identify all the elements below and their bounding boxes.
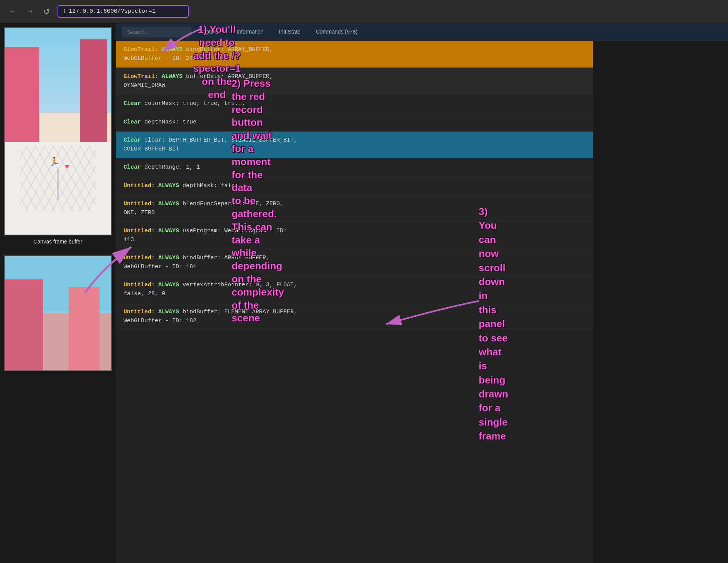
cmd-method-3: colorMask: true, true, tru...: [144, 100, 245, 107]
cmd-method-12: bindBuffer: ELEMENT_ARRAY_BUFFER,: [183, 309, 297, 315]
tab-captures[interactable]: Captures: [191, 25, 229, 39]
tab-bar: Captures Information Init State Commands…: [116, 23, 593, 41]
game-preview-canvas: 🏃 🔻: [4, 27, 112, 235]
command-5[interactable]: Clear clear: DEPTH_BUFFER_BIT, STENCIL_B…: [116, 132, 593, 159]
character-2: 🔻: [63, 162, 71, 171]
left-sidebar: 🏃 🔻 Canvas frame buffer: [0, 23, 116, 563]
cmd-params-9: 113: [124, 237, 134, 243]
cmd-qualifier-11: ALWAYS: [158, 282, 183, 288]
command-3[interactable]: Clear colorMask: true, true, tru...: [116, 95, 593, 113]
cmd-qualifier-10: ALWAYS: [158, 255, 183, 261]
cmd-method-10: bindBuffer: ARRAY_BUFFER,: [183, 255, 269, 261]
info-icon: ℹ: [64, 8, 66, 15]
cmd-name-9: Untitled:: [124, 228, 155, 234]
cmd-qualifier-9: ALWAYS: [158, 228, 183, 234]
forward-button[interactable]: →: [23, 5, 37, 17]
command-6[interactable]: Clear depthRange: 1, 1: [116, 159, 593, 177]
cmd-name-1: GlowTrail:: [124, 46, 158, 53]
cmd-params-11: false, 28, 0: [124, 291, 165, 297]
tab-commands[interactable]: Commands (978): [308, 25, 365, 39]
spector-panel: Captures Information Init State Commands…: [116, 23, 593, 563]
cmd-qualifier-7: ALWAYS: [158, 183, 183, 189]
building-right: [69, 287, 100, 371]
cmd-params-8: ONE, ZERO: [124, 210, 155, 216]
cmd-method-4: depthMask: true: [144, 119, 196, 125]
cmd-name-12: Untitled:: [124, 309, 155, 315]
command-1[interactable]: GlowTrail: ALWAYS bindBuffer: ARRAY_BUFF…: [116, 41, 593, 68]
cmd-name-6: Clear: [124, 164, 144, 171]
main-layout: 🏃 🔻 Canvas frame buffer Captures: [0, 23, 728, 563]
back-button[interactable]: ←: [6, 5, 20, 17]
cmd-params-12: WebGLBuffer - ID: 182: [124, 318, 196, 324]
command-10[interactable]: Untitled: ALWAYS bindBuffer: ARRAY_BUFFE…: [116, 249, 593, 276]
canvas-label: Canvas frame buffer: [0, 235, 116, 248]
command-2[interactable]: GlowTrail: ALWAYS bufferData: ARRAY_BUFF…: [116, 68, 593, 95]
tab-init-state[interactable]: Init State: [271, 25, 308, 39]
tab-information[interactable]: Information: [229, 25, 271, 39]
command-8[interactable]: Untitled: ALWAYS blendFuncSeparate: ONE,…: [116, 195, 593, 222]
url-text: 127.0.0.1:8000/?spector=1: [69, 8, 156, 15]
cmd-name-4: Clear: [124, 119, 144, 125]
cmd-method-5: clear: DEPTH_BUFFER_BIT, STENCIL_BUFFER_…: [144, 137, 297, 144]
command-4[interactable]: Clear depthMask: true: [116, 113, 593, 132]
game-preview-canvas-2: [4, 255, 112, 371]
nav-buttons: ← → ↺: [6, 5, 53, 18]
cmd-method-2: bufferData: ARRAY_BUFFER,: [186, 73, 273, 80]
cmd-method-7: depthMask: false: [183, 183, 238, 189]
command-12[interactable]: Untitled: ALWAYS bindBuffer: ELEMENT_ARR…: [116, 303, 593, 330]
cmd-params-5: COLOR_BUFFER_BIT: [124, 146, 179, 152]
cmd-name-8: Untitled:: [124, 201, 155, 207]
cmd-method-9: useProgram: WebGLProgram - ID:: [183, 228, 287, 234]
cmd-name-2: GlowTrail:: [124, 73, 158, 80]
road-line: [57, 169, 59, 200]
character-1: 🏃: [49, 157, 59, 167]
cmd-method-1: bindBuffer: ARRAY_BUFFER,: [186, 46, 273, 53]
cmd-params-2: DYNAMIC_DRAW: [124, 82, 165, 89]
cmd-params-1: WebGLBuffer - ID: 244: [124, 55, 196, 62]
cmd-name-10: Untitled:: [124, 255, 155, 261]
cmd-method-11: vertexAttribPointer: 0, 3, FLOAT,: [183, 282, 297, 288]
cmd-qualifier-1: ALWAYS: [162, 46, 186, 53]
cmd-method-6: depthRange: 1, 1: [144, 164, 200, 171]
cmd-params-10: WebGLBuffer - ID: 181: [124, 264, 196, 270]
cmd-method-8: blendFuncSeparate: ONE, ZERO,: [183, 201, 283, 207]
cmd-qualifier-2: ALWAYS: [162, 73, 186, 80]
command-9[interactable]: Untitled: ALWAYS useProgram: WebGLProgra…: [116, 222, 593, 249]
right-panel: [593, 23, 728, 563]
cmd-name-3: Clear: [124, 100, 144, 107]
building-left: [5, 279, 43, 371]
command-7[interactable]: Untitled: ALWAYS depthMask: false: [116, 177, 593, 196]
cmd-qualifier-12: ALWAYS: [158, 309, 183, 315]
cmd-name-11: Untitled:: [124, 282, 155, 288]
browser-chrome: ← → ↺ ℹ 127.0.0.1:8000/?spector=1: [0, 0, 728, 23]
cmd-name-5: Clear: [124, 137, 144, 144]
command-11[interactable]: Untitled: ALWAYS vertexAttribPointer: 0,…: [116, 276, 593, 303]
cmd-qualifier-8: ALWAYS: [158, 201, 183, 207]
address-bar[interactable]: ℹ 127.0.0.1:8000/?spector=1: [58, 5, 189, 18]
panel-header: [593, 23, 728, 41]
search-input[interactable]: [122, 27, 191, 37]
cmd-name-7: Untitled:: [124, 183, 155, 189]
reload-button[interactable]: ↺: [40, 5, 53, 18]
commands-list[interactable]: GlowTrail: ALWAYS bindBuffer: ARRAY_BUFF…: [116, 41, 593, 563]
